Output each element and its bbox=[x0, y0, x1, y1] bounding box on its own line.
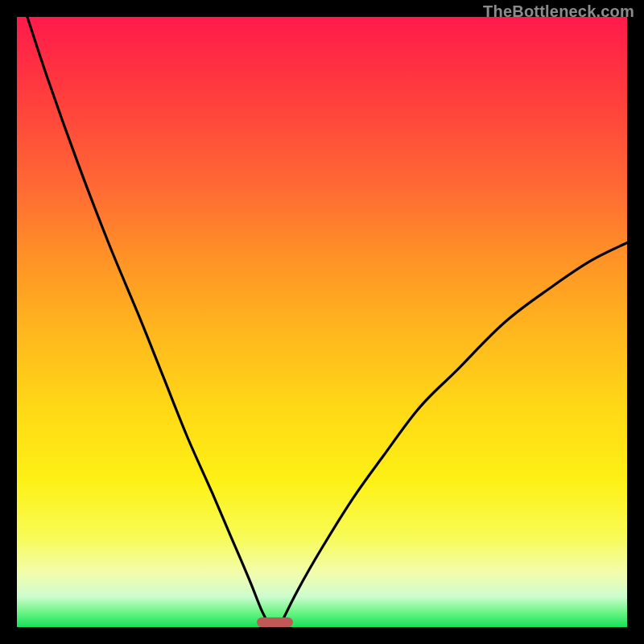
vertex-marker bbox=[257, 617, 293, 627]
plot-area bbox=[17, 17, 627, 627]
curve-layer bbox=[17, 17, 627, 627]
curve-left-branch bbox=[27, 17, 270, 627]
curve-right-branch bbox=[279, 243, 627, 628]
